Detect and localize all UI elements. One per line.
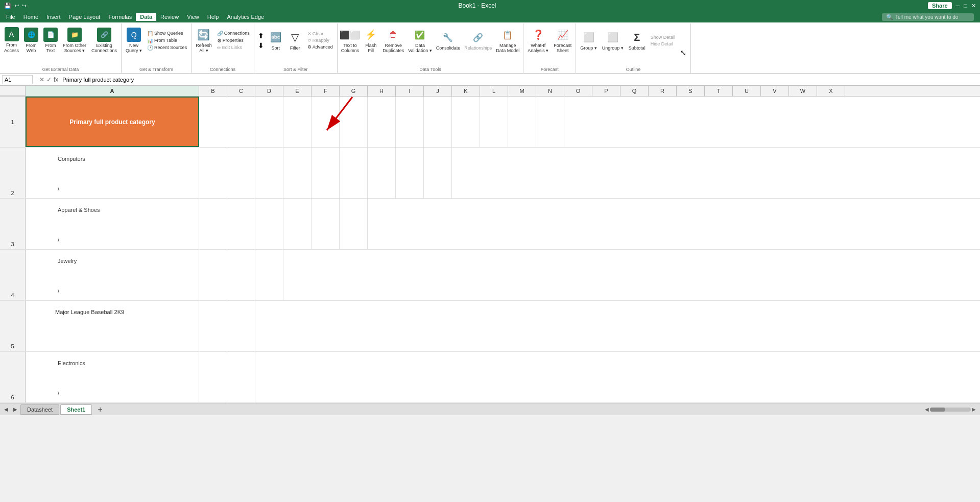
col-header-f[interactable]: F bbox=[312, 86, 340, 96]
subtotal-button[interactable]: Σ Subtotal bbox=[627, 25, 648, 56]
cell-b2[interactable] bbox=[199, 148, 227, 198]
col-header-c[interactable]: C bbox=[227, 86, 255, 96]
undo-icon[interactable]: ↩ bbox=[14, 3, 19, 9]
what-if-button[interactable]: ❓ What-IfAnalysis ▾ bbox=[525, 25, 551, 56]
sort-desc-button[interactable]: ⬇ bbox=[256, 41, 266, 50]
hide-detail-button[interactable]: Hide Detail bbox=[649, 41, 677, 47]
cell-c5[interactable] bbox=[227, 301, 255, 351]
col-header-b[interactable]: B bbox=[199, 86, 227, 96]
col-header-t[interactable]: T bbox=[705, 86, 733, 96]
col-header-n[interactable]: N bbox=[536, 86, 564, 96]
col-header-k[interactable]: K bbox=[452, 86, 480, 96]
clear-button[interactable]: ✕ Clear bbox=[305, 31, 335, 37]
cell-i1[interactable] bbox=[396, 97, 424, 147]
cell-c2[interactable] bbox=[227, 148, 255, 198]
menu-item-view[interactable]: View bbox=[183, 13, 203, 21]
from-other-button[interactable]: 📁 From OtherSources ▾ bbox=[61, 25, 88, 56]
menu-item-analyticsedge[interactable]: Analytics Edge bbox=[223, 13, 268, 21]
data-validation-button[interactable]: ✅ DataValidation ▾ bbox=[407, 25, 433, 56]
from-table-button[interactable]: 📊 From Table bbox=[145, 37, 189, 44]
show-queries-button[interactable]: 📋 Show Queries bbox=[145, 30, 189, 37]
row-header-5[interactable]: 5 bbox=[0, 301, 26, 351]
cell-c6[interactable] bbox=[227, 352, 255, 402]
col-header-a[interactable]: A bbox=[26, 86, 199, 96]
new-query-button[interactable]: Q NewQuery ▾ bbox=[124, 25, 144, 56]
cell-j2[interactable] bbox=[424, 148, 452, 198]
cell-a4[interactable]: Jewelry / bbox=[26, 250, 199, 300]
filter-button[interactable]: ▽ Filter bbox=[286, 25, 304, 56]
menu-item-file[interactable]: File bbox=[2, 13, 19, 21]
forecast-sheet-button[interactable]: 📈 ForecastSheet bbox=[552, 25, 573, 56]
col-header-v[interactable]: V bbox=[761, 86, 789, 96]
row-header-6[interactable]: 6 bbox=[0, 352, 26, 402]
cell-d3[interactable] bbox=[255, 199, 283, 249]
reapply-button[interactable]: ↺ Reapply bbox=[305, 37, 335, 43]
cell-d4[interactable] bbox=[255, 250, 283, 300]
col-header-g[interactable]: G bbox=[340, 86, 368, 96]
share-button[interactable]: Share bbox=[928, 2, 952, 9]
cell-j1[interactable] bbox=[424, 97, 452, 147]
menu-item-help[interactable]: Help bbox=[203, 13, 223, 21]
col-header-e[interactable]: E bbox=[283, 86, 312, 96]
text-to-columns-button[interactable]: ⬛⬜ Text toColumns bbox=[340, 25, 361, 56]
confirm-formula-icon[interactable]: ✓ bbox=[46, 76, 52, 83]
cell-a1[interactable]: Primary full product category bbox=[26, 97, 199, 147]
col-header-o[interactable]: O bbox=[564, 86, 592, 96]
refresh-all-button[interactable]: 🔄 RefreshAll ▾ bbox=[194, 25, 214, 56]
menu-item-insert[interactable]: Insert bbox=[42, 13, 65, 21]
cell-b5[interactable] bbox=[199, 301, 227, 351]
cell-a5[interactable]: Major League Baseball 2K9 bbox=[26, 301, 199, 351]
cell-f3[interactable] bbox=[312, 199, 340, 249]
menu-item-data[interactable]: Data bbox=[136, 13, 156, 21]
menu-item-formulas[interactable]: Formulas bbox=[104, 13, 136, 21]
cell-f2[interactable] bbox=[312, 148, 340, 198]
add-sheet-button[interactable]: + bbox=[95, 404, 105, 415]
col-header-h[interactable]: H bbox=[368, 86, 396, 96]
cell-l1[interactable] bbox=[480, 97, 508, 147]
scroll-left-button[interactable]: ◀ bbox=[2, 405, 10, 414]
sort-asc-button[interactable]: ⬆ bbox=[256, 31, 266, 40]
show-detail-button[interactable]: Show Detail bbox=[649, 34, 677, 40]
col-header-j[interactable]: J bbox=[424, 86, 452, 96]
col-header-w[interactable]: W bbox=[789, 86, 817, 96]
cell-a3[interactable]: Apparel & Shoes / bbox=[26, 199, 199, 249]
cell-i2[interactable] bbox=[396, 148, 424, 198]
cell-e2[interactable] bbox=[283, 148, 312, 198]
col-header-s[interactable]: S bbox=[677, 86, 705, 96]
from-text-button[interactable]: 📄 FromText bbox=[41, 25, 60, 56]
cell-g1[interactable] bbox=[340, 97, 368, 147]
sheet-tab-datasheet[interactable]: Datasheet bbox=[20, 404, 59, 415]
group-button[interactable]: ⬜ Group ▾ bbox=[578, 25, 599, 56]
flash-fill-button[interactable]: ⚡ FlashFill bbox=[362, 25, 380, 56]
cell-b6[interactable] bbox=[199, 352, 227, 402]
cell-c1[interactable] bbox=[227, 97, 255, 147]
cell-e3[interactable] bbox=[283, 199, 312, 249]
col-header-l[interactable]: L bbox=[480, 86, 508, 96]
cell-b3[interactable] bbox=[199, 199, 227, 249]
cell-k1[interactable] bbox=[452, 97, 480, 147]
cell-c3[interactable] bbox=[227, 199, 255, 249]
consolidate-button[interactable]: 🔧 Consolidate bbox=[435, 25, 462, 56]
row-header-3[interactable]: 3 bbox=[0, 199, 26, 249]
row-header-2[interactable]: 2 bbox=[0, 148, 26, 198]
search-placeholder[interactable]: Tell me what you want to do bbox=[895, 14, 958, 20]
cell-d1[interactable] bbox=[255, 97, 283, 147]
scroll-right-button[interactable]: ▶ bbox=[11, 405, 19, 414]
row-header-1[interactable]: 1 bbox=[0, 97, 26, 147]
save-icon[interactable]: 💾 bbox=[4, 3, 11, 9]
ungroup-button[interactable]: ⬜ Ungroup ▾ bbox=[600, 25, 626, 56]
cell-reference[interactable]: A1 bbox=[2, 75, 33, 84]
menu-item-home[interactable]: Home bbox=[19, 13, 42, 21]
cell-b4[interactable] bbox=[199, 250, 227, 300]
row-header-4[interactable]: 4 bbox=[0, 250, 26, 300]
cell-e1[interactable] bbox=[283, 97, 312, 147]
menu-item-review[interactable]: Review bbox=[156, 13, 183, 21]
col-header-u[interactable]: U bbox=[733, 86, 761, 96]
edit-links-button[interactable]: ✏ Edit Links bbox=[215, 44, 252, 51]
menu-item-pagelayout[interactable]: Page Layout bbox=[65, 13, 105, 21]
cell-f1[interactable] bbox=[312, 97, 340, 147]
remove-duplicates-button[interactable]: 🗑 RemoveDuplicates bbox=[381, 25, 405, 56]
col-header-p[interactable]: P bbox=[592, 86, 620, 96]
existing-connections-button[interactable]: 🔗 ExistingConnections bbox=[89, 25, 119, 56]
sheet-tab-sheet1[interactable]: Sheet1 bbox=[60, 404, 92, 415]
